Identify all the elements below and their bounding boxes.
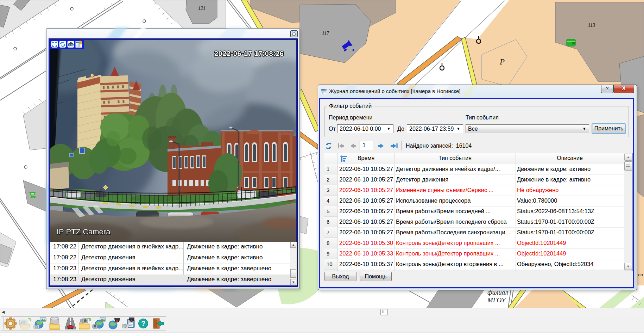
svg-text:P: P	[499, 57, 505, 66]
svg-text:121: 121	[198, 6, 206, 11]
svg-text:МГОУ: МГОУ	[487, 296, 506, 304]
svg-text:IP PTZ Camera: IP PTZ Camera	[57, 227, 111, 236]
svg-text:?: ?	[141, 320, 145, 327]
svg-text:ен: ен	[638, 272, 643, 277]
svg-text:113: 113	[588, 23, 595, 28]
svg-text:117: 117	[322, 31, 329, 36]
svg-text:2022-06-17 17:08:26: 2022-06-17 17:08:26	[214, 50, 284, 57]
